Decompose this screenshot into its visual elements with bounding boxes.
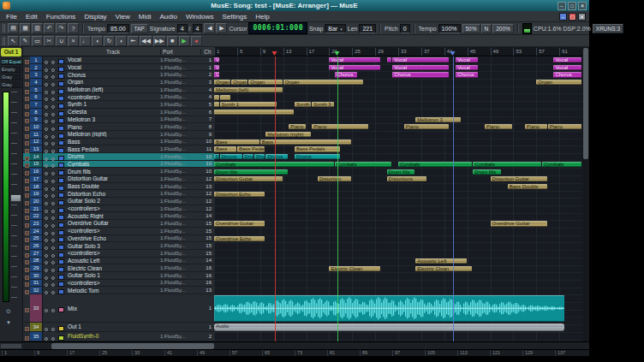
track-channel[interactable]: 15 xyxy=(200,235,214,240)
part[interactable]: Distortion Echo xyxy=(214,192,265,197)
track-channel[interactable]: 11 xyxy=(200,146,214,151)
prev-marker-icon[interactable]: ◀ xyxy=(204,23,215,33)
part[interactable]: Electric Clean xyxy=(415,266,472,271)
pencil-tool-icon[interactable]: ✎ xyxy=(20,36,31,46)
part[interactable]: Overdrive Guitar xyxy=(214,221,265,226)
track-channel[interactable]: 15 xyxy=(200,221,214,226)
track-port[interactable]: 1:FluidSy... xyxy=(160,72,200,77)
track-port[interactable]: 1:FluidSy... xyxy=(160,80,200,85)
maximize-button[interactable]: □ xyxy=(568,2,576,10)
track-channel[interactable]: 1 xyxy=(200,306,214,311)
track-port[interactable]: 1:FluidSy... xyxy=(160,243,200,248)
part[interactable]: Vocal xyxy=(456,65,478,70)
menu-file[interactable]: File xyxy=(2,13,21,21)
tempo-200-button[interactable]: 200% xyxy=(492,24,514,33)
part[interactable]: Drums xyxy=(220,154,242,159)
part[interactable]: Acoustic Left xyxy=(415,258,466,264)
mdi-restore-icon[interactable]: ▢ xyxy=(569,13,576,21)
timeline-ruler[interactable]: 15913172125293337414549535761 xyxy=(214,47,582,56)
menu-midi[interactable]: Midi xyxy=(134,13,156,21)
part[interactable]: Vo xyxy=(214,57,219,62)
mute-indicator[interactable] xyxy=(45,309,48,312)
solo-indicator[interactable] xyxy=(51,309,55,312)
track-channel[interactable]: 13 xyxy=(200,288,214,293)
port-column-header[interactable]: Port xyxy=(160,49,200,55)
part[interactable] xyxy=(214,102,219,107)
track-port[interactable]: 1:FluidSy... xyxy=(160,184,200,189)
part[interactable]: Piano xyxy=(525,124,547,129)
part[interactable]: Distortion xyxy=(318,176,351,181)
track-channel[interactable]: 15 xyxy=(200,228,214,234)
rewind-start-icon[interactable]: ⇤ xyxy=(128,36,139,46)
toolbar-grip[interactable] xyxy=(3,37,6,45)
signature-numerator[interactable]: 4 xyxy=(177,24,188,33)
part[interactable]: Drums xyxy=(295,154,340,159)
track-channel[interactable]: 14 xyxy=(200,213,214,218)
titlebar[interactable]: MusE: Song: test - [MusE: Arranger] — Mu… xyxy=(0,0,589,11)
menu-audio[interactable]: Audio xyxy=(155,13,181,21)
part[interactable]: Vocal xyxy=(456,57,478,62)
record-arm-indicator[interactable] xyxy=(25,290,29,294)
mdi-close-icon[interactable]: ✕ xyxy=(578,13,586,21)
part[interactable]: Drum xyxy=(214,154,219,159)
part[interactable] xyxy=(214,295,564,322)
left-loop-marker-flag[interactable] xyxy=(335,51,340,56)
track-channel[interactable]: 1 xyxy=(200,57,214,62)
part[interactable]: Vo xyxy=(214,65,219,70)
part[interactable]: Vocal xyxy=(553,57,581,62)
loop-icon[interactable]: ↻ xyxy=(104,36,115,46)
part[interactable]: Organ xyxy=(214,80,230,85)
part[interactable]: Bass Double xyxy=(508,184,547,189)
part[interactable]: Distortions xyxy=(387,176,426,181)
part[interactable]: Cymbals xyxy=(473,162,541,167)
track-row[interactable]: 32Melodic Tom1:FluidSy...13 xyxy=(23,287,214,294)
output-route-button[interactable]: Out 1 xyxy=(1,48,21,56)
track-channel[interactable]: 1 xyxy=(200,324,214,329)
part[interactable]: Vocal xyxy=(329,57,379,62)
track-port[interactable]: 1:FluidSy... xyxy=(160,199,200,204)
track-channel[interactable]: 4 xyxy=(200,87,214,92)
part[interactable] xyxy=(214,95,219,100)
track-port[interactable]: 1:FluidSy... xyxy=(160,235,200,240)
track-port[interactable]: 1:FluidSy... xyxy=(160,169,200,174)
track-port[interactable]: 1:FluidSy... xyxy=(160,57,200,62)
scrollbar-corner-button[interactable] xyxy=(0,343,22,349)
part[interactable]: Cymbals xyxy=(398,162,472,167)
part[interactable]: Audio xyxy=(214,323,564,330)
track-port[interactable]: 1:FluidSy... xyxy=(160,94,200,99)
menu-windows[interactable]: Windows xyxy=(182,13,218,21)
track-channel[interactable]: 15 xyxy=(200,251,214,256)
part[interactable]: Synth 3 xyxy=(312,102,334,107)
part[interactable]: Overdrive Echo xyxy=(214,236,265,241)
whats-this-icon[interactable]: ? xyxy=(68,23,79,33)
part[interactable]: Bass xyxy=(214,139,259,145)
pointer-tool-icon[interactable]: ↖ xyxy=(8,36,19,46)
part[interactable]: Distortion Guitar xyxy=(214,176,283,181)
toolbar-grip[interactable] xyxy=(3,24,6,33)
part[interactable]: Cymbals xyxy=(542,162,581,167)
solo-indicator[interactable] xyxy=(51,337,55,341)
playhead-marker-flag[interactable] xyxy=(271,51,277,56)
part[interactable]: Mellotron 3 xyxy=(415,117,461,122)
part[interactable]: Chorus xyxy=(456,72,478,77)
solo-indicator[interactable] xyxy=(51,291,55,294)
close-button[interactable]: ✕ xyxy=(578,2,587,10)
part[interactable]: Piano xyxy=(485,124,513,129)
part[interactable]: Bass Pedals xyxy=(295,146,340,151)
track-channel[interactable]: 10 xyxy=(200,169,214,174)
pitch-value[interactable]: 0 xyxy=(400,24,410,33)
tempo-value[interactable]: 85.00 xyxy=(107,24,129,33)
volume-slider[interactable] xyxy=(10,194,21,202)
power-icon[interactable]: ⊙ xyxy=(3,307,14,316)
strip-item[interactable]: Gray xyxy=(1,81,21,88)
record-arm-indicator[interactable] xyxy=(25,308,29,312)
track-channel[interactable]: 12 xyxy=(200,206,214,211)
track-port[interactable]: 1:FluidSy... xyxy=(160,273,200,278)
punch-in-icon[interactable]: ◖ xyxy=(92,36,103,46)
track-channel[interactable]: 16 xyxy=(200,273,214,278)
track-port[interactable]: 1:FluidSy... xyxy=(160,154,200,159)
track-port[interactable]: 1:FluidSy... xyxy=(160,221,200,226)
track-port[interactable]: 1:FluidSy... xyxy=(160,176,200,181)
track-port[interactable]: 1:FluidSy... xyxy=(160,213,200,218)
track-port[interactable]: 1:FluidSy... xyxy=(160,265,200,270)
